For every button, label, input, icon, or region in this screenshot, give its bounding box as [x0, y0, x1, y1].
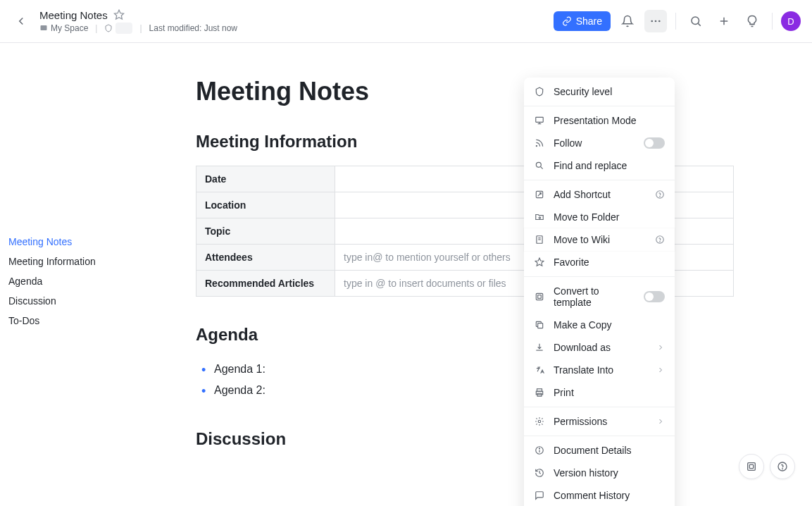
template-toggle[interactable]: [644, 291, 665, 302]
follow-toggle[interactable]: [644, 137, 665, 149]
row-label[interactable]: Date: [196, 166, 335, 192]
svg-rect-9: [536, 117, 544, 122]
history-icon: [534, 467, 545, 479]
copy-icon: [534, 319, 545, 331]
svg-point-5: [692, 17, 699, 25]
last-modified: Last modified: Just now: [149, 23, 237, 33]
wiki-icon: [534, 234, 545, 245]
menu-move-wiki[interactable]: Move to Wiki: [524, 228, 675, 251]
menu-find[interactable]: Find and replace: [524, 154, 675, 177]
more-icon[interactable]: [644, 10, 667, 32]
folder-icon: [534, 211, 545, 223]
svg-point-17: [660, 197, 661, 197]
rss-icon: [534, 137, 545, 149]
svg-point-13: [536, 162, 541, 167]
row-label[interactable]: Topic: [196, 218, 335, 245]
menu-version[interactable]: Version history: [524, 462, 675, 484]
menu-security[interactable]: Security level: [524, 80, 675, 103]
svg-point-40: [782, 469, 783, 469]
widget-button[interactable]: [739, 454, 764, 479]
status-badge: [104, 23, 132, 34]
row-label[interactable]: Recommended Articles: [196, 271, 335, 297]
back-button[interactable]: [11, 11, 31, 31]
toc-item[interactable]: Discussion: [8, 291, 135, 311]
menu-permissions[interactable]: Permissions: [524, 410, 675, 433]
svg-line-14: [540, 166, 542, 168]
chevron-right-icon: [656, 343, 665, 352]
menu-print[interactable]: Print: [524, 381, 675, 404]
menu-favorite[interactable]: Favorite: [524, 251, 675, 273]
svg-rect-37: [748, 463, 756, 471]
svg-point-4: [658, 20, 661, 23]
space-label: My Space: [51, 23, 88, 33]
menu-move-folder[interactable]: Move to Folder: [524, 206, 675, 228]
svg-point-33: [539, 448, 540, 449]
presentation-icon: [534, 115, 545, 126]
download-icon: [534, 342, 545, 353]
menu-translate[interactable]: Translate Into: [524, 359, 675, 381]
print-icon: [534, 387, 545, 398]
toc-item[interactable]: Meeting Notes: [8, 232, 135, 252]
chevron-right-icon: [656, 366, 665, 374]
svg-point-2: [651, 20, 653, 23]
toc-item[interactable]: Agenda: [8, 271, 135, 291]
menu-download[interactable]: Download as: [524, 336, 675, 359]
toc-item[interactable]: To-Dos: [8, 311, 135, 331]
template-icon: [534, 291, 545, 302]
svg-marker-23: [535, 258, 544, 266]
shield-icon: [534, 86, 545, 97]
translate-icon: [534, 364, 545, 376]
svg-point-12: [536, 146, 537, 147]
comment-icon: [534, 490, 545, 501]
notifications-icon[interactable]: [616, 10, 639, 32]
search-icon[interactable]: [685, 10, 707, 32]
chevron-right-icon: [656, 417, 665, 426]
menu-presentation[interactable]: Presentation Mode: [524, 109, 675, 132]
gear-icon: [534, 416, 545, 427]
star-icon: [534, 257, 545, 268]
info-icon: [534, 445, 545, 456]
menu-copy[interactable]: Make a Copy: [524, 314, 675, 336]
menu-comment[interactable]: Comment History: [524, 484, 675, 506]
shortcut-icon: [534, 189, 545, 200]
toc-item[interactable]: Meeting Information: [8, 252, 135, 271]
share-label: Share: [576, 16, 602, 27]
help-icon: [655, 190, 665, 199]
svg-point-22: [660, 242, 661, 242]
menu-template[interactable]: Convert to template: [524, 280, 675, 314]
space-breadcrumb[interactable]: My Space: [39, 23, 88, 33]
help-button[interactable]: [770, 454, 795, 479]
svg-rect-38: [749, 464, 753, 468]
svg-point-3: [655, 20, 657, 23]
menu-follow[interactable]: Follow: [524, 132, 675, 154]
menu-shortcut[interactable]: Add Shortcut: [524, 183, 675, 206]
svg-rect-24: [536, 293, 542, 300]
avatar[interactable]: D: [781, 11, 801, 31]
more-dropdown: Security level Presentation Mode Follow …: [524, 78, 675, 506]
svg-point-30: [538, 420, 541, 423]
row-label[interactable]: Location: [196, 192, 335, 218]
bulb-icon[interactable]: [741, 10, 763, 32]
find-icon: [534, 160, 545, 171]
star-icon[interactable]: [113, 9, 125, 20]
table-of-contents: Meeting Notes Meeting Information Agenda…: [8, 232, 135, 331]
menu-details[interactable]: Document Details: [524, 439, 675, 462]
row-label[interactable]: Attendees: [196, 245, 335, 271]
doc-title: Meeting Notes: [39, 9, 108, 21]
help-icon: [655, 235, 665, 245]
share-button[interactable]: Share: [554, 11, 611, 31]
add-icon[interactable]: [713, 10, 735, 32]
svg-marker-0: [114, 10, 123, 19]
svg-rect-25: [538, 295, 542, 299]
svg-rect-1: [41, 25, 47, 30]
svg-line-6: [698, 23, 700, 25]
svg-rect-26: [538, 323, 543, 328]
